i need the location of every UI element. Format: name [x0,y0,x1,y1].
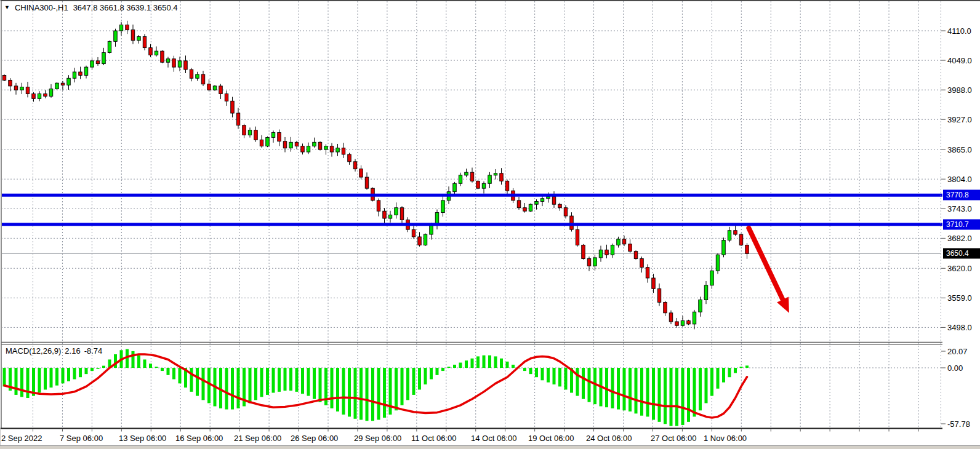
candle-body [271,133,275,138]
time-axis-label: 14 Oct 06:00 [471,434,516,443]
macd-histogram-bar [453,365,456,368]
macd-histogram-bar [307,368,310,396]
macd-name: MACD(12,26,9) [6,346,61,356]
candle-body [79,72,82,76]
macd-histogram-bar [652,368,655,420]
macd-histogram-bar [278,368,281,392]
candle-body [734,231,737,234]
macd-histogram-bar [190,368,193,392]
macd-histogram-bar [313,368,316,399]
macd-histogram-bar [67,368,70,381]
time-axis-label: 26 Sep 06:00 [291,434,338,443]
candle-body [716,255,720,271]
macd-histogram-bar [529,368,532,374]
candle-body [453,183,457,191]
candle-body [102,52,106,63]
macd-histogram-bar [295,368,299,392]
macd-histogram-bar [635,368,638,413]
candle-body [38,93,41,98]
macd-histogram-bar [383,368,386,418]
candle-body [552,197,556,205]
macd-histogram-bar [611,368,614,408]
macd-histogram-bar [629,368,632,411]
candle-body [26,87,30,93]
price-axis-label: 3927.0 [947,115,972,124]
candle-body [377,201,380,211]
candle-body [611,245,614,255]
macd-histogram-bar [728,368,731,377]
candle-body [161,51,164,62]
macd-histogram-bar [406,368,409,400]
candle-body [745,245,749,253]
macd-histogram-bar [44,368,47,389]
macd-histogram-bar [623,368,626,410]
time-axis-label: 1 Nov 06:00 [704,434,747,443]
chart-canvas[interactable] [0,0,980,449]
candle-body [336,148,340,152]
candle-body [295,142,299,146]
macd-histogram-bar [167,368,170,375]
candle-body [669,313,673,322]
candle-body [301,146,305,152]
candle-body [196,74,199,78]
price-axis-label: 3620.0 [947,264,972,273]
candle-body [166,59,170,63]
symbol-dropdown-icon[interactable]: ▼ [4,4,10,12]
macd-histogram-bar [196,368,199,396]
candle-body [131,30,135,40]
candle-body [313,142,316,146]
candle-body [201,74,205,84]
candle-body [494,173,497,175]
macd-histogram-bar [617,368,620,410]
candle-body [260,140,263,146]
macd-histogram-bar [266,368,269,395]
time-axis-label: 7 Sep 06:00 [60,434,103,443]
macd-histogram-bar [483,356,486,368]
macd-histogram-bar [710,368,713,396]
candle-body [119,25,123,31]
macd-histogram-bar [62,368,65,383]
macd-histogram-bar [745,365,749,368]
candle-body [44,93,47,96]
candle-body [67,78,71,85]
time-axis-label: 19 Oct 06:00 [528,434,574,443]
candle-body [564,208,568,216]
macd-histogram-bar [114,354,117,368]
macd-axis-zero-label: 0.00 [947,364,963,373]
time-axis-label: 29 Sep 06:00 [354,434,401,443]
candle-body [547,197,550,199]
macd-histogram-bar [3,368,6,386]
macd-histogram-bar [260,368,263,397]
candle-body [587,258,591,266]
candle-body [476,181,480,188]
macd-histogram-bar [658,368,661,422]
macd-histogram-bar [424,368,427,384]
candle-body [558,204,562,208]
macd-histogram-bar [523,368,526,371]
macd-histogram-bar [231,368,234,410]
price-axis-label: 3743.0 [947,204,972,213]
ohlc-values: 3647.8 3661.8 3639.1 3650.4 [73,3,178,12]
macd-histogram-bar [717,368,720,389]
macd-histogram-bar [97,368,100,369]
candle-body [213,86,217,90]
macd-histogram-bar [646,368,649,416]
candle-body [570,216,574,229]
time-axis-label: 27 Oct 06:00 [651,434,696,443]
macd-histogram-bar [366,368,369,421]
macd-histogram-bar [377,368,380,420]
candle-body [395,208,398,215]
candle-body [710,271,714,285]
macd-histogram-bar [272,368,275,393]
candle-body [359,169,363,177]
candle-body [517,201,521,208]
price-axis-label: 3682.0 [947,234,972,243]
macd-histogram-bar [371,368,374,421]
candle-body [657,288,661,302]
candle-body [593,258,597,266]
macd-histogram-bar [155,367,158,368]
macd-histogram-bar [207,368,211,403]
candle-body [470,172,474,181]
macd-histogram-bar [430,368,433,379]
candle-body [231,101,235,113]
